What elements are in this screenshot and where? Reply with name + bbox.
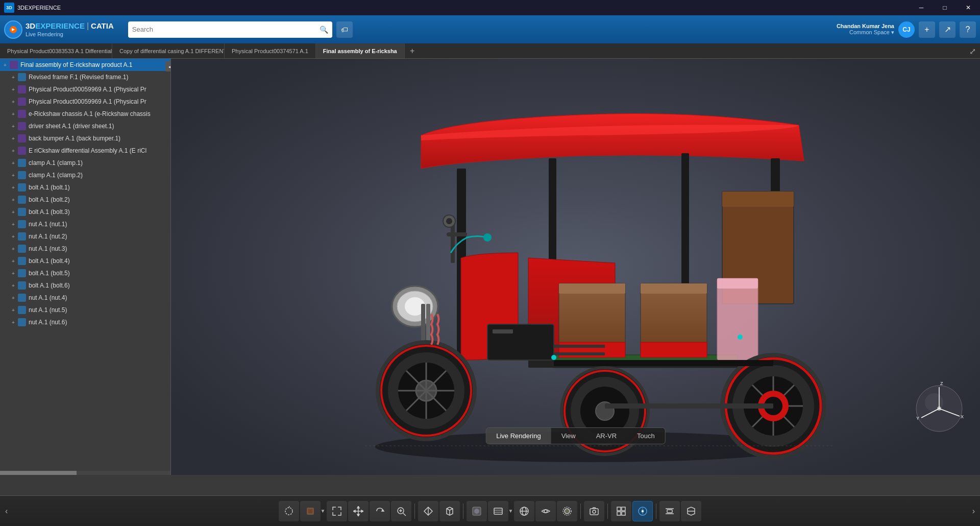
search-icon[interactable]: 🔍	[320, 26, 328, 34]
tree-item-12[interactable]: + bolt A.1 (bolt.3)	[0, 206, 170, 218]
expand-icon-13[interactable]: +	[10, 221, 16, 227]
expand-icon-19[interactable]: +	[10, 295, 16, 301]
expand-icon-20[interactable]: +	[10, 307, 16, 313]
expand-icon-5[interactable]: +	[10, 123, 16, 129]
rotate-tool-button[interactable]	[279, 501, 299, 521]
expand-icon-18[interactable]: +	[10, 282, 16, 289]
navigation-cube[interactable]: Z X Y	[909, 373, 970, 434]
normal-view-button[interactable]	[418, 501, 438, 521]
expand-icon-15[interactable]: +	[10, 246, 16, 252]
mode-tab-view[interactable]: View	[551, 428, 586, 444]
expand-icon-8[interactable]: +	[10, 160, 16, 166]
mode-tab-live-rendering[interactable]: Live Rendering	[486, 428, 551, 444]
tree-label-11: bolt A.1 (bolt.2)	[29, 196, 168, 203]
expand-icon-14[interactable]: +	[10, 233, 16, 240]
tree-item-1[interactable]: + Revised frame F.1 (Revised frame.1)	[0, 71, 170, 83]
tag-button[interactable]: 🏷	[336, 21, 353, 38]
tree-item-11[interactable]: + bolt A.1 (bolt.2)	[0, 194, 170, 206]
expand-icon-11[interactable]: +	[10, 197, 16, 203]
sidebar-scrollbar[interactable]	[0, 471, 170, 475]
maximize-tab-button[interactable]: ⤢	[965, 43, 980, 59]
tree-label-19: nut A.1 (nut.4)	[29, 294, 168, 301]
tree-item-4[interactable]: + e-Rickshaw chassis A.1 (e-Rickshaw cha…	[0, 108, 170, 120]
tree-item-3[interactable]: + Physical Product00059969 A.1 (Physical…	[0, 95, 170, 108]
translate-button[interactable]	[348, 501, 369, 521]
pan-tool-button[interactable]	[300, 501, 321, 521]
tree-item-8[interactable]: + clamp A.1 (clamp.1)	[0, 157, 170, 169]
help-button[interactable]: ?	[960, 21, 976, 38]
tree-item-14[interactable]: + nut A.1 (nut.2)	[0, 230, 170, 243]
expand-icon-0[interactable]: +	[2, 62, 8, 68]
expand-icon-7[interactable]: +	[10, 148, 16, 154]
material-button[interactable]	[467, 501, 487, 521]
view-cube-button[interactable]	[439, 501, 460, 521]
minimize-button[interactable]: ─	[910, 0, 933, 15]
environment-button[interactable]	[514, 501, 534, 521]
tree-item-7[interactable]: + E riCkshaw differential Assembly A.1 (…	[0, 145, 170, 157]
expand-icon-12[interactable]: +	[10, 209, 16, 215]
brand-catia: CATIA	[91, 21, 114, 31]
expand-icon-9[interactable]: +	[10, 172, 16, 178]
search-bar[interactable]: 🔍	[128, 21, 332, 38]
fit-all-button[interactable]	[327, 501, 347, 521]
expand-icon-6[interactable]: +	[10, 135, 16, 141]
svg-point-62	[483, 233, 492, 242]
render-button[interactable]	[557, 501, 577, 521]
toolbar-right-chevron[interactable]: ›	[972, 507, 975, 516]
align-button[interactable]	[659, 501, 680, 521]
expand-icon-3[interactable]: +	[10, 99, 16, 105]
expand-icon-21[interactable]: +	[10, 319, 16, 325]
tree-item-18[interactable]: + bolt A.1 (bolt.6)	[0, 279, 170, 292]
tab-3[interactable]: Final assembly of E-ricksha	[316, 43, 405, 58]
tree-item-21[interactable]: + nut A.1 (nut.6)	[0, 316, 170, 328]
turn-button[interactable]	[370, 501, 390, 521]
section-button[interactable]	[681, 501, 701, 521]
expand-icon-16[interactable]: +	[10, 258, 16, 264]
expand-icon-17[interactable]: +	[10, 270, 16, 276]
expand-icon-1[interactable]: +	[10, 74, 16, 80]
user-avatar[interactable]: CJ	[898, 21, 915, 38]
zoom-button[interactable]	[391, 501, 411, 521]
expand-icon-10[interactable]: +	[10, 184, 16, 190]
tree-item-6[interactable]: + back bumper A.1 (back bumper.1)	[0, 132, 170, 145]
expand-icon-4[interactable]: +	[10, 111, 16, 117]
3d-viewport[interactable]: Z X Y Live Rendering View AR-VR Touch	[171, 59, 980, 475]
hide-show-button[interactable]	[535, 501, 556, 521]
mode-tab-touch[interactable]: Touch	[627, 428, 665, 444]
svg-rect-13	[717, 278, 758, 360]
tree-item-20[interactable]: + nut A.1 (nut.5)	[0, 304, 170, 316]
tree-item-15[interactable]: + nut A.1 (nut.3)	[0, 243, 170, 255]
search-input[interactable]	[132, 26, 320, 33]
tree-icon-21	[17, 318, 27, 327]
tab-2[interactable]: Physical Product00374571 A.1	[225, 43, 316, 58]
sidebar-collapse-button[interactable]: ◀	[165, 61, 171, 71]
close-button[interactable]: ✕	[957, 0, 980, 15]
tree-item-2[interactable]: + Physical Product00059969 A.1 (Physical…	[0, 83, 170, 95]
tree-item-0[interactable]: + Final assembly of E-rickshaw product A…	[0, 59, 170, 71]
user-space[interactable]: Common Space ▾	[837, 29, 894, 36]
tree-item-17[interactable]: + bolt A.1 (bolt.5)	[0, 267, 170, 279]
tree-label-6: back bumper A.1 (back bumper.1)	[29, 135, 168, 142]
pan-chevron[interactable]: ▼	[321, 508, 326, 514]
toolbar-left-chevron[interactable]: ‹	[5, 507, 8, 516]
display-mode-button[interactable]	[488, 501, 508, 521]
mode-tab-ar-vr[interactable]: AR-VR	[586, 428, 627, 444]
sidebar-scrollbar-thumb[interactable]	[0, 471, 77, 475]
display-chevron[interactable]: ▼	[508, 508, 513, 514]
tree-item-5[interactable]: + driver sheet A.1 (driver sheet.1)	[0, 120, 170, 132]
tree-item-13[interactable]: + nut A.1 (nut.1)	[0, 218, 170, 230]
grid-button[interactable]	[611, 501, 631, 521]
tree-item-9[interactable]: + clamp A.1 (clamp.2)	[0, 169, 170, 181]
maximize-button[interactable]: □	[933, 0, 957, 15]
compass-button[interactable]	[632, 501, 653, 521]
tree-item-16[interactable]: + bolt A.1 (bolt.4)	[0, 255, 170, 267]
tree-item-10[interactable]: + bolt A.1 (bolt.1)	[0, 181, 170, 194]
tab-1[interactable]: Copy of differential casing A.1 DIFFEREN…	[112, 43, 225, 58]
tab-0[interactable]: Physical Product00383533 A.1 Differentia…	[0, 43, 112, 58]
share-button[interactable]: ↗	[939, 21, 955, 38]
tree-item-19[interactable]: + nut A.1 (nut.4)	[0, 292, 170, 304]
screenshot-button[interactable]	[584, 501, 604, 521]
add-tab-button[interactable]: +	[405, 43, 420, 58]
expand-icon-2[interactable]: +	[10, 86, 16, 92]
add-button[interactable]: +	[919, 21, 935, 38]
